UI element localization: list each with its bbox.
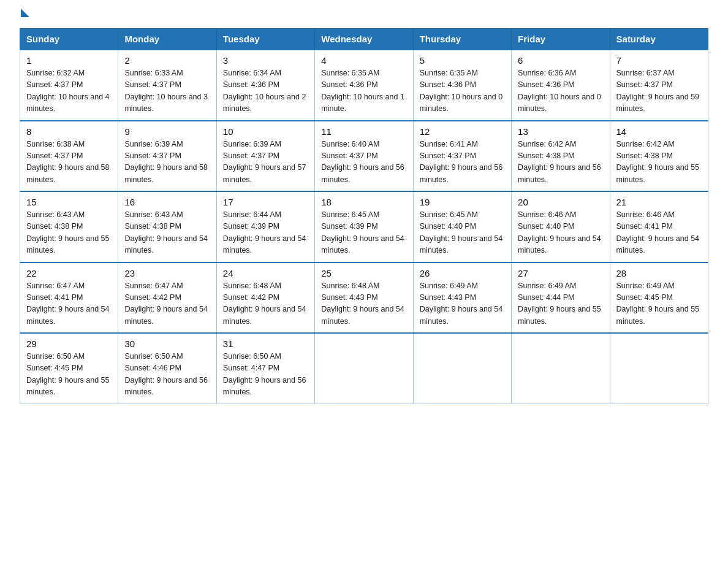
calendar-cell: 2 Sunrise: 6:33 AMSunset: 4:37 PMDayligh… — [118, 50, 216, 121]
day-info: Sunrise: 6:45 AMSunset: 4:40 PMDaylight:… — [420, 210, 503, 255]
day-info: Sunrise: 6:34 AMSunset: 4:36 PMDaylight:… — [223, 69, 306, 113]
weekday-header-monday: Monday — [118, 29, 216, 50]
day-number: 3 — [223, 55, 308, 66]
day-info: Sunrise: 6:42 AMSunset: 4:38 PMDaylight:… — [616, 140, 700, 184]
day-info: Sunrise: 6:43 AMSunset: 4:38 PMDaylight:… — [124, 210, 208, 255]
day-number: 11 — [321, 126, 406, 137]
day-number: 22 — [26, 268, 112, 278]
calendar-week-row-1: 1 Sunrise: 6:32 AMSunset: 4:37 PMDayligh… — [20, 50, 708, 121]
calendar-cell: 31 Sunrise: 6:50 AMSunset: 4:47 PMDaylig… — [216, 333, 314, 404]
day-info: Sunrise: 6:48 AMSunset: 4:42 PMDaylight:… — [223, 282, 306, 326]
day-number: 5 — [420, 55, 505, 66]
calendar-cell: 12 Sunrise: 6:41 AMSunset: 4:37 PMDaylig… — [413, 121, 511, 192]
day-info: Sunrise: 6:44 AMSunset: 4:39 PMDaylight:… — [223, 210, 306, 255]
day-number: 15 — [26, 197, 112, 207]
day-number: 21 — [616, 197, 702, 207]
day-info: Sunrise: 6:50 AMSunset: 4:45 PMDaylight:… — [26, 352, 110, 396]
calendar-cell: 8 Sunrise: 6:38 AMSunset: 4:37 PMDayligh… — [20, 121, 118, 192]
page-header — [20, 15, 708, 17]
calendar-week-row-4: 22 Sunrise: 6:47 AMSunset: 4:41 PMDaylig… — [20, 262, 708, 334]
calendar-week-row-2: 8 Sunrise: 6:38 AMSunset: 4:37 PMDayligh… — [20, 121, 708, 192]
calendar-week-row-5: 29 Sunrise: 6:50 AMSunset: 4:45 PMDaylig… — [20, 333, 708, 404]
calendar-cell: 26 Sunrise: 6:49 AMSunset: 4:43 PMDaylig… — [413, 262, 511, 334]
day-number: 23 — [124, 268, 210, 278]
calendar-cell: 13 Sunrise: 6:42 AMSunset: 4:38 PMDaylig… — [512, 121, 610, 192]
weekday-header-row: SundayMondayTuesdayWednesdayThursdayFrid… — [20, 29, 708, 50]
day-info: Sunrise: 6:46 AMSunset: 4:41 PMDaylight:… — [616, 210, 700, 255]
weekday-header-friday: Friday — [512, 29, 610, 50]
weekday-header-wednesday: Wednesday — [315, 29, 413, 50]
day-number: 2 — [124, 55, 210, 66]
calendar-cell: 30 Sunrise: 6:50 AMSunset: 4:46 PMDaylig… — [118, 333, 216, 404]
day-info: Sunrise: 6:37 AMSunset: 4:37 PMDaylight:… — [616, 69, 700, 113]
day-info: Sunrise: 6:43 AMSunset: 4:38 PMDaylight:… — [26, 210, 110, 255]
day-number: 27 — [518, 268, 603, 278]
day-info: Sunrise: 6:42 AMSunset: 4:38 PMDaylight:… — [518, 140, 601, 184]
calendar-cell: 19 Sunrise: 6:45 AMSunset: 4:40 PMDaylig… — [413, 191, 511, 262]
day-info: Sunrise: 6:35 AMSunset: 4:36 PMDaylight:… — [420, 69, 503, 113]
calendar-cell: 25 Sunrise: 6:48 AMSunset: 4:43 PMDaylig… — [315, 262, 413, 334]
weekday-header-saturday: Saturday — [610, 29, 708, 50]
day-info: Sunrise: 6:35 AMSunset: 4:36 PMDaylight:… — [321, 69, 404, 113]
day-number: 1 — [26, 55, 112, 66]
day-number: 8 — [26, 126, 112, 137]
day-number: 25 — [321, 268, 406, 278]
calendar-cell: 9 Sunrise: 6:39 AMSunset: 4:37 PMDayligh… — [118, 121, 216, 192]
calendar-cell — [610, 333, 708, 404]
day-info: Sunrise: 6:49 AMSunset: 4:44 PMDaylight:… — [518, 282, 601, 326]
day-number: 29 — [26, 339, 112, 349]
calendar-cell: 7 Sunrise: 6:37 AMSunset: 4:37 PMDayligh… — [610, 50, 708, 121]
calendar-cell: 5 Sunrise: 6:35 AMSunset: 4:36 PMDayligh… — [413, 50, 511, 121]
day-number: 12 — [420, 126, 505, 137]
day-number: 9 — [124, 126, 210, 137]
day-number: 7 — [616, 55, 702, 66]
calendar-cell — [413, 333, 511, 404]
day-info: Sunrise: 6:33 AMSunset: 4:37 PMDaylight:… — [124, 69, 208, 113]
calendar-table: SundayMondayTuesdayWednesdayThursdayFrid… — [20, 28, 708, 404]
day-info: Sunrise: 6:48 AMSunset: 4:43 PMDaylight:… — [321, 282, 404, 326]
day-number: 4 — [321, 55, 406, 66]
day-number: 26 — [420, 268, 505, 278]
weekday-header-tuesday: Tuesday — [216, 29, 314, 50]
calendar-cell: 28 Sunrise: 6:49 AMSunset: 4:45 PMDaylig… — [610, 262, 708, 334]
calendar-cell: 3 Sunrise: 6:34 AMSunset: 4:36 PMDayligh… — [216, 50, 314, 121]
day-info: Sunrise: 6:41 AMSunset: 4:37 PMDaylight:… — [420, 140, 503, 184]
day-number: 30 — [124, 339, 210, 349]
day-number: 19 — [420, 197, 505, 207]
day-number: 31 — [223, 339, 308, 349]
calendar-cell: 1 Sunrise: 6:32 AMSunset: 4:37 PMDayligh… — [20, 50, 118, 121]
calendar-cell: 27 Sunrise: 6:49 AMSunset: 4:44 PMDaylig… — [512, 262, 610, 334]
day-info: Sunrise: 6:49 AMSunset: 4:45 PMDaylight:… — [616, 282, 700, 326]
logo-triangle-icon — [21, 9, 29, 17]
calendar-cell: 20 Sunrise: 6:46 AMSunset: 4:40 PMDaylig… — [512, 191, 610, 262]
day-number: 28 — [616, 268, 702, 278]
day-info: Sunrise: 6:36 AMSunset: 4:36 PMDaylight:… — [518, 69, 601, 113]
day-number: 13 — [518, 126, 603, 137]
calendar-cell: 21 Sunrise: 6:46 AMSunset: 4:41 PMDaylig… — [610, 191, 708, 262]
calendar-cell: 23 Sunrise: 6:47 AMSunset: 4:42 PMDaylig… — [118, 262, 216, 334]
calendar-cell — [315, 333, 413, 404]
day-number: 14 — [616, 126, 702, 137]
day-number: 16 — [124, 197, 210, 207]
day-number: 18 — [321, 197, 406, 207]
day-number: 6 — [518, 55, 603, 66]
day-info: Sunrise: 6:38 AMSunset: 4:37 PMDaylight:… — [26, 140, 110, 184]
calendar-cell: 24 Sunrise: 6:48 AMSunset: 4:42 PMDaylig… — [216, 262, 314, 334]
weekday-header-thursday: Thursday — [413, 29, 511, 50]
weekday-header-sunday: Sunday — [20, 29, 118, 50]
day-info: Sunrise: 6:32 AMSunset: 4:37 PMDaylight:… — [26, 69, 110, 113]
calendar-cell: 10 Sunrise: 6:39 AMSunset: 4:37 PMDaylig… — [216, 121, 314, 192]
calendar-cell: 11 Sunrise: 6:40 AMSunset: 4:37 PMDaylig… — [315, 121, 413, 192]
day-info: Sunrise: 6:39 AMSunset: 4:37 PMDaylight:… — [124, 140, 208, 184]
day-info: Sunrise: 6:46 AMSunset: 4:40 PMDaylight:… — [518, 210, 601, 255]
calendar-cell: 15 Sunrise: 6:43 AMSunset: 4:38 PMDaylig… — [20, 191, 118, 262]
day-info: Sunrise: 6:50 AMSunset: 4:47 PMDaylight:… — [223, 352, 306, 396]
calendar-cell: 29 Sunrise: 6:50 AMSunset: 4:45 PMDaylig… — [20, 333, 118, 404]
calendar-cell: 17 Sunrise: 6:44 AMSunset: 4:39 PMDaylig… — [216, 191, 314, 262]
day-info: Sunrise: 6:40 AMSunset: 4:37 PMDaylight:… — [321, 140, 404, 184]
calendar-cell: 22 Sunrise: 6:47 AMSunset: 4:41 PMDaylig… — [20, 262, 118, 334]
day-info: Sunrise: 6:49 AMSunset: 4:43 PMDaylight:… — [420, 282, 503, 326]
day-info: Sunrise: 6:47 AMSunset: 4:41 PMDaylight:… — [26, 282, 110, 326]
day-number: 24 — [223, 268, 308, 278]
day-info: Sunrise: 6:39 AMSunset: 4:37 PMDaylight:… — [223, 140, 306, 184]
